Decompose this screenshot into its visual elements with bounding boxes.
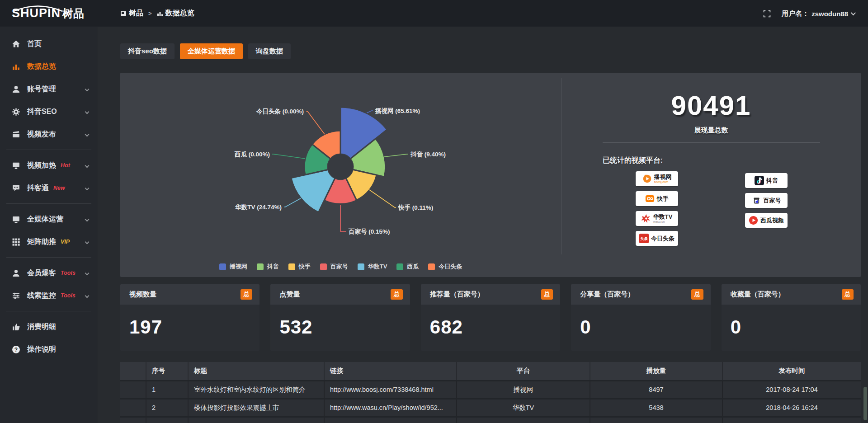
chevron-down-icon (851, 10, 856, 15)
platform-rose-chart: 播视网 (65.61%)抖音 (9.40%)快手 (0.11%)百家号 (0.1… (120, 73, 561, 277)
chevron-down-icon (85, 186, 90, 190)
chevron-down-icon (85, 217, 90, 221)
sidebar-item-douketong[interactable]: 抖客通New (0, 177, 98, 199)
grid-icon (12, 238, 20, 246)
tab-1[interactable]: 全媒体运营数据 (180, 43, 243, 59)
question-icon: ? (12, 345, 20, 354)
row-checkbox-cell (120, 399, 146, 417)
select-all-checkbox-cell (120, 362, 146, 381)
pie-label-百家号: 百家号 (0.15%) (348, 228, 390, 235)
col-header-platform: 平台 (457, 362, 590, 381)
legend-item-抖音[interactable]: 抖音 (257, 263, 279, 271)
legend-item-播视网[interactable]: 播视网 (219, 263, 247, 271)
sidebar-item-account-manage[interactable]: 账号管理 (0, 78, 98, 100)
summary-divider (603, 142, 820, 143)
fullscreen-icon[interactable] (763, 10, 771, 18)
bar-chart-icon (157, 10, 163, 17)
sidebar-item-tag: Tools (61, 270, 75, 276)
platform-badge-抖音: 抖音 (745, 173, 788, 188)
summary-panel: 90491 展现量总数 已统计的视频平台: 播视网boosj.com快手华数TV… (561, 73, 861, 277)
sidebar-item-clue-monitor[interactable]: 线索监控Tools (0, 284, 98, 307)
legend-item-百家号[interactable]: 百家号 (320, 263, 348, 271)
stat-card-2: 推荐量（百家号）总682 (421, 284, 560, 351)
breadcrumb-item-current[interactable]: 数据总览 (157, 9, 194, 18)
screen-icon (12, 215, 20, 224)
legend-color-chip (288, 263, 295, 270)
table-header-row: 序号标题链接平台播放量发布时间 (120, 362, 861, 381)
sidebar-item-member-burst[interactable]: 会员爆客Tools (0, 262, 98, 284)
stat-card-label: 点赞量 (279, 290, 300, 299)
cell-title-link[interactable] (188, 417, 324, 423)
sidebar-item-video-publish[interactable]: 视频发布 (0, 123, 98, 146)
legend-item-华数TV[interactable]: 华数TV (358, 263, 387, 271)
scrollbar-thumb[interactable] (863, 387, 867, 420)
overview-panel: 播视网 (65.61%)抖音 (9.40%)快手 (0.11%)百家号 (0.1… (120, 73, 861, 277)
cell-plays: 8497 (590, 381, 722, 399)
platform-badge-华数TV: 华数TVwasu.cn (636, 211, 678, 226)
chevron-down-icon (85, 163, 90, 168)
cell-title-link[interactable]: 室外水纹灯和室内水纹灯的区别和简介 (188, 381, 324, 399)
row-checkbox-cell (120, 417, 146, 423)
douyin-icon (755, 176, 764, 185)
cell-plays (590, 417, 722, 423)
stat-card-header: 分享量（百家号）总 (571, 284, 710, 305)
sidebar-item-label: 会员爆客 (27, 268, 56, 278)
cell-url-link[interactable]: http://www.wasu.cn/Play/show/id/952... (324, 399, 457, 417)
sidebar-item-video-heat[interactable]: 视频加热Hot (0, 154, 98, 177)
stat-card-header: 点赞量总 (270, 284, 410, 305)
platforms-title: 已统计的视频平台: (603, 156, 663, 165)
breadcrumb-item-root[interactable]: 树品 (120, 9, 143, 18)
sidebar-item-help[interactable]: ?操作说明 (0, 338, 98, 361)
cell-platform (457, 417, 590, 423)
platform-badge-name: 西瓜视频 (760, 217, 784, 223)
cell-index: 2 (146, 399, 188, 417)
tab-0[interactable]: 抖音seo数据 (120, 43, 175, 59)
sidebar-item-home[interactable]: 首页 (0, 33, 98, 55)
col-header-title: 标题 (188, 362, 324, 381)
stat-card-header: 推荐量（百家号）总 (421, 284, 560, 305)
chevron-down-icon (85, 240, 90, 244)
user-menu[interactable]: 用户名：zswodun88 (782, 9, 854, 18)
cell-title-link[interactable]: 楼体投影灯投影效果震撼上市 (188, 399, 324, 417)
sidebar-item-douyin-seo[interactable]: 抖音SEO (0, 100, 98, 123)
platform-badge-百家号: 百家号 (745, 193, 788, 208)
sidebar-item-consumption-detail[interactable]: 消费明细 (0, 315, 98, 338)
cell-url-link[interactable] (324, 417, 457, 423)
platform-badge-快手: 快手 (636, 191, 678, 206)
stat-card-3: 分享量（百家号）总0 (571, 284, 710, 351)
username-value: zswodun88 (811, 10, 848, 18)
chevron-down-icon (85, 271, 90, 275)
pie-label-华数TV: 华数TV (24.74%) (235, 204, 282, 211)
stat-card-header: 视频数量总 (120, 284, 259, 305)
cell-published: 2018-04-26 16:24 (722, 399, 861, 417)
platform-badge-name: 百家号 (764, 197, 781, 203)
sidebar-item-tag: New (53, 185, 65, 191)
legend-item-西瓜[interactable]: 西瓜 (396, 263, 419, 271)
platform-badge-播视网: 播视网boosj.com (636, 171, 678, 186)
legend-label: 今日头条 (439, 263, 462, 271)
legend-item-快手[interactable]: 快手 (288, 263, 311, 271)
sidebar-item-data-overview[interactable]: 数据总览 (0, 55, 98, 78)
table-row-2: 2楼体投影灯投影效果震撼上市http://www.wasu.cn/Play/sh… (120, 399, 861, 417)
xigua-icon (749, 216, 758, 225)
row-checkbox-cell (120, 381, 146, 399)
cell-platform: 华数TV (457, 399, 590, 417)
legend-label: 快手 (299, 263, 311, 271)
pie-label-line (369, 190, 396, 207)
sidebar-item-matrix-boost[interactable]: 矩阵助推VIP (0, 230, 98, 253)
platform-badge-sub: boosj.com (654, 180, 672, 183)
col-header-index: 序号 (146, 362, 188, 381)
sidebar-item-label: 抖音SEO (27, 107, 57, 117)
cell-url-link[interactable]: http://www.boosj.com/7338468.html (324, 381, 457, 399)
pie-slice-华数TV[interactable] (291, 169, 335, 212)
main-content: 抖音seo数据全媒体运营数据询盘数据 播视网 (65.61%)抖音 (9.40%… (98, 27, 868, 423)
legend-item-今日头条[interactable]: 今日头条 (428, 263, 462, 271)
sidebar-item-media-operation[interactable]: 全媒体运营 (0, 208, 98, 230)
user-icon (12, 85, 20, 94)
tab-2[interactable]: 询盘数据 (248, 43, 291, 59)
sidebar-divider (6, 150, 91, 150)
app-logo: SHUPIN树品 (0, 6, 98, 21)
legend-label: 华数TV (368, 263, 387, 271)
sidebar-item-label: 数据总览 (27, 62, 56, 71)
platform-badge-name: 今日头条 (651, 235, 675, 241)
